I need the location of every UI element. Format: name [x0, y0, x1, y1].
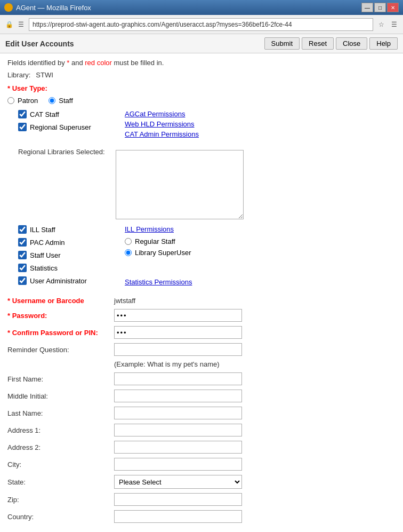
country-input[interactable]	[114, 510, 242, 523]
close-button[interactable]: Close	[336, 37, 367, 50]
address2-label: Address 2:	[7, 443, 114, 451]
password-input[interactable]	[114, 309, 242, 322]
page-title: Edit User Accounts	[5, 39, 74, 48]
titlebar: AGent — Mozilla Firefox — □ ✕	[0, 0, 403, 15]
country-row: Country:	[7, 510, 396, 523]
staff-user-label: Staff User	[30, 251, 61, 259]
address2-input[interactable]	[114, 441, 242, 454]
state-select[interactable]: Please SelectALAKAZARCACOCTDEFLGAHIIDILI…	[114, 475, 242, 489]
url-text: https://preprod-stwi-agent.auto-graphics…	[33, 21, 292, 28]
statistics-label: Statistics	[30, 264, 58, 272]
patron-radio[interactable]	[7, 97, 14, 104]
help-button[interactable]: Help	[369, 37, 398, 50]
toolbar-buttons: Submit Reset Close Help	[264, 37, 398, 50]
user-type-radio-group: Patron Staff	[7, 97, 396, 105]
firefox-icon	[4, 3, 13, 12]
red-text-label: red color	[85, 59, 112, 67]
regional-superuser-label: Regional Superuser	[30, 123, 91, 131]
password-row: * Password:	[7, 309, 396, 322]
cat-staff-label: CAT Staff	[30, 110, 59, 118]
address-bar[interactable]: https://preprod-stwi-agent.auto-graphics…	[29, 18, 373, 31]
address1-input[interactable]	[114, 424, 242, 436]
user-administrator-label: User Administrator	[30, 277, 87, 285]
close-window-button[interactable]: ✕	[387, 3, 399, 12]
permissions-links-section: AGCat Permissions Web HLD Permissions CA…	[125, 110, 396, 142]
submit-button[interactable]: Submit	[264, 37, 300, 50]
regular-staff-radio[interactable]	[125, 238, 132, 245]
patron-label: Patron	[18, 97, 38, 105]
user-type-section: * User Type:	[7, 84, 396, 92]
first-name-input[interactable]	[114, 372, 242, 385]
library-value: STWI	[36, 71, 53, 79]
password-label: * Password:	[7, 312, 114, 320]
confirm-password-input[interactable]	[114, 326, 242, 339]
minimize-button[interactable]: —	[361, 3, 373, 12]
zip-input[interactable]	[114, 493, 242, 506]
staff-radio[interactable]	[49, 97, 55, 104]
first-name-row: First Name:	[7, 372, 396, 385]
menu-icon[interactable]: ☰	[389, 20, 399, 29]
staff-user-item: Staff User	[18, 251, 114, 259]
zip-label: Zip:	[7, 496, 114, 504]
ill-staff-checkbox[interactable]	[18, 225, 27, 234]
statistics-checkbox[interactable]	[18, 264, 27, 272]
regular-staff-radio-item: Regular Staff	[125, 237, 396, 245]
confirm-password-row: * Confirm Password or PIN:	[7, 326, 396, 339]
permissions-links: AGCat Permissions Web HLD Permissions CA…	[125, 110, 396, 138]
username-value: jwtstaff	[114, 297, 135, 305]
cat-staff-item: CAT Staff	[18, 110, 114, 118]
address2-row: Address 2:	[7, 441, 396, 454]
reader-icon: ☰	[16, 20, 26, 29]
asterisk-symbol: *	[67, 59, 69, 67]
maximize-button[interactable]: □	[374, 3, 386, 12]
cat-staff-checkbox[interactable]	[18, 110, 27, 118]
patron-radio-item: Patron	[7, 97, 38, 105]
reminder-question-input[interactable]	[114, 343, 242, 356]
ill-staff-label: ILL Staff	[30, 226, 55, 234]
ill-right-section: ILL Permissions Regular Staff Library Su…	[125, 225, 396, 289]
library-superuser-radio[interactable]	[125, 249, 132, 256]
toolbar: Edit User Accounts Submit Reset Close He…	[0, 34, 403, 53]
reminder-question-row: Reminder Question:	[7, 343, 396, 356]
web-hld-permissions-link[interactable]: Web HLD Permissions	[125, 120, 396, 128]
pac-admin-checkbox[interactable]	[18, 238, 27, 247]
zip-row: Zip:	[7, 493, 396, 506]
state-row: State: Please SelectALAKAZARCACOCTDEFLGA…	[7, 475, 396, 489]
reset-button[interactable]: Reset	[302, 37, 334, 50]
pac-admin-item: PAC Admin	[18, 238, 114, 247]
last-name-label: Last Name:	[7, 409, 114, 417]
middle-initial-label: Middle Initial:	[7, 392, 114, 400]
user-administrator-checkbox[interactable]	[18, 276, 27, 285]
city-input[interactable]	[114, 458, 242, 471]
cat-admin-permissions-link[interactable]: CAT Admin Permissions	[125, 130, 396, 138]
content-area: Fields identified by * and red color mus…	[0, 53, 403, 532]
browser-chrome: 🔒 ☰ https://preprod-stwi-agent.auto-grap…	[0, 15, 403, 34]
library-superuser-radio-item: Library SuperUser	[125, 249, 396, 257]
last-name-input[interactable]	[114, 407, 242, 419]
ill-section: ILL Staff PAC Admin Staff User Statistic…	[18, 225, 396, 289]
statistics-permissions-link[interactable]: Statistics Permissions	[125, 278, 192, 286]
regional-superuser-item: Regional Superuser	[18, 123, 114, 131]
ill-permissions-link[interactable]: ILL Permissions	[125, 225, 396, 233]
staff-radio-item: Staff	[49, 97, 73, 105]
username-row: * Username or Barcode jwtstaff	[7, 297, 396, 305]
user-type-label: * User Type:	[7, 84, 114, 92]
regional-superuser-checkbox[interactable]	[18, 123, 27, 131]
staff-user-checkbox[interactable]	[18, 251, 27, 259]
regional-libraries-textarea[interactable]	[116, 150, 244, 219]
reminder-hint: (Example: What is my pet's name)	[114, 360, 396, 368]
security-icon: 🔒	[4, 20, 14, 29]
statistics-item: Statistics	[18, 264, 114, 272]
bookmark-icon[interactable]: ☆	[376, 20, 386, 29]
window-controls: — □ ✕	[361, 3, 399, 12]
agcat-permissions-link[interactable]: AGCat Permissions	[125, 110, 396, 118]
username-label: * Username or Barcode	[7, 297, 114, 305]
ill-checkboxes: ILL Staff PAC Admin Staff User Statistic…	[18, 225, 114, 289]
middle-initial-row: Middle Initial:	[7, 390, 396, 402]
staff-section: CAT Staff Regional Superuser AGCat Permi…	[18, 110, 396, 142]
middle-initial-input[interactable]	[114, 390, 242, 402]
address1-label: Address 1:	[7, 426, 114, 434]
staff-checkboxes: CAT Staff Regional Superuser	[18, 110, 114, 142]
library-row: Library: STWI	[7, 71, 396, 79]
regular-staff-label: Regular Staff	[135, 237, 175, 245]
